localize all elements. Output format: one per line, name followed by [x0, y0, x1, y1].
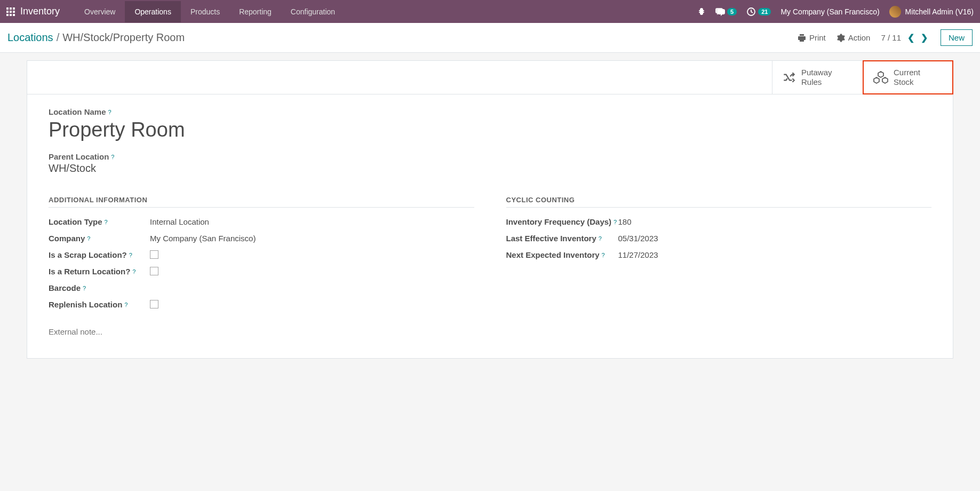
section-cyclic: CYCLIC COUNTING: [506, 196, 932, 208]
help-icon[interactable]: ?: [111, 154, 114, 160]
print-label: Print: [809, 33, 826, 42]
last-eff-value[interactable]: 05/31/2023: [618, 234, 658, 243]
inv-freq-label: Inventory Frequency (Days)?: [506, 217, 618, 226]
location-type-label: Location Type?: [49, 217, 150, 226]
form-card: Putaway Rules Current Stock Location Nam…: [27, 60, 953, 359]
activities-icon[interactable]: 21: [746, 7, 771, 17]
form-sheet: Location Name? Property Room Parent Loca…: [27, 94, 953, 358]
putaway-rules-button[interactable]: Putaway Rules: [772, 61, 863, 94]
help-icon[interactable]: ?: [124, 302, 128, 308]
activities-badge: 21: [758, 8, 771, 15]
replenish-label: Replenish Location?: [49, 300, 150, 309]
button-box: Putaway Rules Current Stock: [27, 61, 953, 94]
nav-menu: Overview Operations Products Reporting C…: [75, 1, 345, 22]
scrap-label: Is a Scrap Location??: [49, 250, 150, 259]
user-name: Mitchell Admin (V16): [905, 7, 974, 16]
external-note-input[interactable]: [49, 327, 474, 336]
main-navbar: Inventory Overview Operations Products R…: [0, 0, 980, 23]
location-name-value[interactable]: Property Room: [49, 118, 931, 141]
breadcrumb-parent[interactable]: Locations: [7, 31, 53, 44]
nav-reporting[interactable]: Reporting: [229, 1, 281, 22]
new-button[interactable]: New: [941, 29, 973, 46]
help-icon[interactable]: ?: [614, 219, 617, 225]
last-eff-label: Last Effective Inventory?: [506, 234, 618, 243]
action-button[interactable]: Action: [836, 33, 871, 42]
stock-line1: Current: [894, 68, 920, 77]
stock-line2: Stock: [894, 77, 920, 87]
putaway-line1: Putaway: [801, 68, 832, 77]
control-right: Print Action 7 / 11 ❮ ❯ New: [798, 29, 973, 46]
help-icon[interactable]: ?: [129, 252, 132, 258]
section-additional: ADDITIONAL INFORMATION: [49, 196, 474, 208]
apps-icon[interactable]: [6, 7, 15, 16]
help-icon[interactable]: ?: [87, 235, 90, 242]
app-brand[interactable]: Inventory: [20, 6, 60, 17]
gear-icon: [836, 34, 845, 42]
user-menu[interactable]: Mitchell Admin (V16): [889, 6, 974, 18]
debug-icon[interactable]: [697, 7, 706, 16]
help-icon[interactable]: ?: [599, 235, 602, 242]
print-icon: [798, 34, 806, 42]
company-selector[interactable]: My Company (San Francisco): [780, 7, 879, 16]
inv-freq-value[interactable]: 180: [618, 217, 632, 226]
nav-overview[interactable]: Overview: [75, 1, 125, 22]
nav-right: 5 21 My Company (San Francisco) Mitchell…: [697, 6, 974, 18]
breadcrumb: Locations / WH/Stock/Property Room: [7, 31, 185, 44]
control-bar: Locations / WH/Stock/Property Room Print…: [0, 23, 980, 53]
cubes-icon: [873, 70, 888, 84]
cyclic-counting-col: CYCLIC COUNTING Inventory Frequency (Day…: [506, 196, 932, 337]
help-icon[interactable]: ?: [602, 252, 605, 258]
company-value[interactable]: My Company (San Francisco): [150, 234, 256, 243]
additional-info-col: ADDITIONAL INFORMATION Location Type? In…: [49, 196, 474, 337]
pager-next[interactable]: ❯: [919, 33, 930, 43]
action-label: Action: [848, 33, 871, 42]
pager-text[interactable]: 7 / 11: [881, 33, 901, 42]
location-name-label: Location Name?: [49, 107, 931, 116]
help-icon[interactable]: ?: [83, 285, 86, 291]
parent-location-value[interactable]: WH/Stock: [49, 162, 931, 175]
pager: 7 / 11 ❮ ❯: [881, 33, 930, 43]
current-stock-button[interactable]: Current Stock: [863, 60, 953, 94]
pager-prev[interactable]: ❮: [905, 33, 917, 43]
location-type-value[interactable]: Internal Location: [150, 217, 209, 226]
avatar: [889, 6, 901, 18]
nav-configuration[interactable]: Configuration: [281, 1, 345, 22]
replenish-checkbox[interactable]: [150, 300, 158, 308]
barcode-label: Barcode?: [49, 283, 150, 292]
putaway-line2: Rules: [801, 77, 832, 87]
parent-location-label: Parent Location?: [49, 152, 931, 161]
return-checkbox[interactable]: [150, 267, 158, 275]
help-icon[interactable]: ?: [105, 219, 108, 225]
breadcrumb-current: WH/Stock/Property Room: [62, 31, 185, 44]
return-label: Is a Return Location??: [49, 267, 150, 276]
scrap-checkbox[interactable]: [150, 250, 158, 259]
help-icon[interactable]: ?: [108, 109, 111, 115]
next-exp-label: Next Expected Inventory?: [506, 250, 618, 259]
messages-badge: 5: [727, 8, 737, 15]
messages-icon[interactable]: 5: [715, 7, 737, 16]
print-button[interactable]: Print: [798, 33, 826, 42]
company-label: Company?: [49, 234, 150, 243]
shuffle-icon: [782, 70, 796, 84]
next-exp-value[interactable]: 11/27/2023: [618, 250, 658, 259]
nav-operations[interactable]: Operations: [125, 1, 180, 22]
help-icon[interactable]: ?: [132, 268, 136, 275]
breadcrumb-sep: /: [57, 31, 60, 44]
nav-products[interactable]: Products: [181, 1, 229, 22]
